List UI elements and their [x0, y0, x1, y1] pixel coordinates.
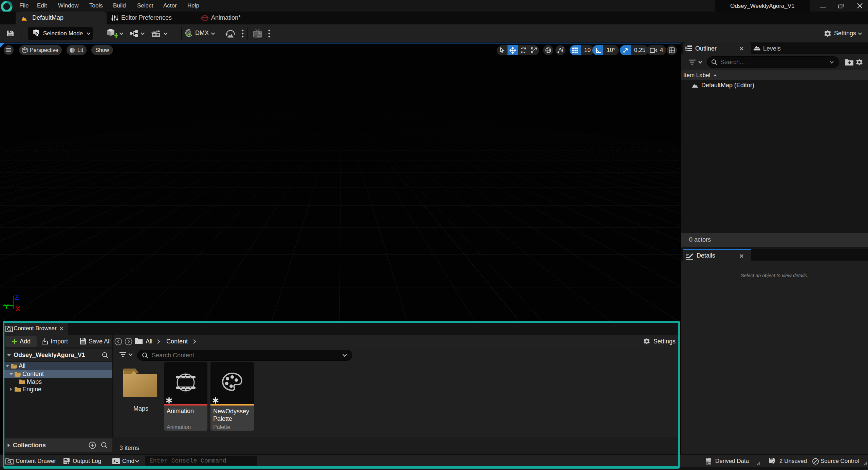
svg-text:X: X: [15, 305, 20, 313]
svg-text:Z: Z: [15, 293, 19, 301]
svg-text:Y: Y: [4, 302, 9, 310]
